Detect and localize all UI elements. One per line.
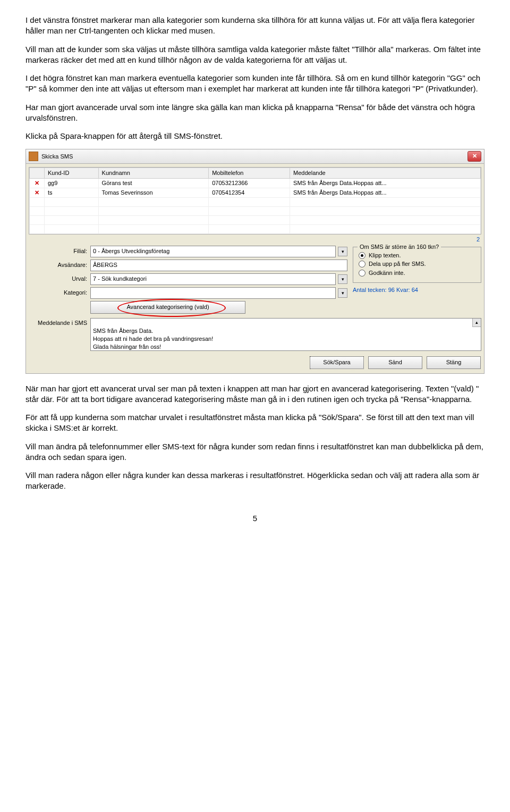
advanced-category-label: Avancerad kategorisering (vald) <box>126 304 209 310</box>
table-row[interactable]: ✕ gg9 Görans test 07053212366 SMS från Å… <box>30 179 481 188</box>
char-count: Antal tecken: 96 Kvar: 64 <box>353 286 481 294</box>
dropdown-icon[interactable]: ▾ <box>338 288 347 298</box>
radio-icon <box>359 270 366 277</box>
advanced-category-button[interactable]: Avancerad kategorisering (vald) <box>90 301 245 314</box>
cell: 07053212366 <box>209 179 290 188</box>
paragraph: I det vänstra fönstret markerar man alla… <box>26 15 484 37</box>
table-row[interactable] <box>30 215 481 224</box>
radio-label: Godkänn inte. <box>369 269 405 277</box>
label-filial: Filial: <box>29 247 90 255</box>
message-textarea[interactable]: SMS från Åbergs Data. Hoppas att ni hade… <box>90 318 481 351</box>
radio-label: Dela upp på fler SMS. <box>369 260 426 268</box>
urval-field[interactable]: 7 - Sök kundkategori <box>90 273 336 285</box>
close-icon[interactable]: ✕ <box>468 151 481 162</box>
paragraph: Klicka på Spara-knappen för att återgå t… <box>26 131 484 141</box>
radio-icon <box>359 252 366 259</box>
radio-icon <box>359 261 366 267</box>
grid-header-row: Kund-ID Kundnamn Mobiltelefon Meddelande <box>30 168 481 179</box>
scroll-up-icon[interactable]: ▴ <box>472 319 481 327</box>
row-count: 2 <box>26 235 484 244</box>
paragraph: Vill man ändra på telefonnummer eller SM… <box>26 441 484 463</box>
table-row[interactable] <box>30 224 481 233</box>
label-kategori: Kategori: <box>29 289 90 297</box>
table-row[interactable] <box>30 197 481 206</box>
skicka-sms-window: Skicka SMS ✕ Kund-ID Kundnamn Mobiltelef… <box>26 149 484 373</box>
paragraph: Vill man radera någon eller några kunder… <box>26 470 484 492</box>
sand-button[interactable]: Sänd <box>368 356 422 369</box>
delete-icon[interactable]: ✕ <box>30 179 45 188</box>
page-number: 5 <box>26 513 484 524</box>
kategori-field[interactable] <box>90 287 336 299</box>
col-kundid[interactable]: Kund-ID <box>45 168 99 179</box>
cell: Görans test <box>98 179 209 188</box>
sok-spara-button[interactable]: Sök/Spara <box>310 356 364 369</box>
paragraph: För att få upp kunderna som matchar urva… <box>26 412 484 434</box>
result-grid[interactable]: Kund-ID Kundnamn Mobiltelefon Meddelande… <box>29 167 481 235</box>
cell: ts <box>45 188 99 197</box>
label-urval: Urval: <box>29 275 90 283</box>
stang-button[interactable]: Stäng <box>427 356 481 369</box>
cell: SMS från Åbergs Data.Hoppas att... <box>290 179 481 188</box>
table-row[interactable]: ✕ ts Tomas Severinsson 0705412354 SMS fr… <box>30 188 481 197</box>
cell: SMS från Åbergs Data.Hoppas att... <box>290 188 481 197</box>
window-title: Skicka SMS <box>41 153 468 161</box>
filial-field[interactable]: 0 - Åbergs Utvecklingsföretag <box>90 246 336 257</box>
radio-klipp[interactable]: Klipp texten. <box>359 252 475 259</box>
app-icon <box>29 152 38 161</box>
paragraph: I det högra fönstret kan man markera eve… <box>26 73 484 95</box>
radio-dela[interactable]: Dela upp på fler SMS. <box>359 260 475 268</box>
paragraph: Vill man att de kunder som ska väljas ut… <box>26 44 484 66</box>
label-meddelande: Meddelande i SMS <box>29 318 90 327</box>
radio-godkann[interactable]: Godkänn inte. <box>359 269 475 277</box>
col-mobil[interactable]: Mobiltelefon <box>209 168 290 179</box>
col-meddelande[interactable]: Meddelande <box>290 168 481 179</box>
sms-size-groupbox: Om SMS är större än 160 tkn? Klipp texte… <box>353 247 481 283</box>
table-row[interactable] <box>30 206 481 215</box>
paragraph: När man har gjort ett avancerat urval se… <box>26 383 484 405</box>
radio-label: Klipp texten. <box>369 252 401 259</box>
cell: 0705412354 <box>209 188 290 197</box>
groupbox-legend: Om SMS är större än 160 tkn? <box>358 243 441 251</box>
delete-icon[interactable]: ✕ <box>30 188 45 197</box>
titlebar: Skicka SMS ✕ <box>26 149 484 164</box>
cell: gg9 <box>45 179 99 188</box>
avsandare-field[interactable]: ÅBERGS <box>90 259 347 271</box>
dropdown-icon[interactable]: ▾ <box>338 247 347 256</box>
cell: Tomas Severinsson <box>98 188 209 197</box>
label-avsandare: Avsändare: <box>29 261 90 269</box>
message-text: SMS från Åbergs Data. Hoppas att ni hade… <box>93 328 213 350</box>
col-kundnamn[interactable]: Kundnamn <box>98 168 209 179</box>
paragraph: Har man gjort avancerade urval som inte … <box>26 102 484 124</box>
dropdown-icon[interactable]: ▾ <box>338 274 347 284</box>
